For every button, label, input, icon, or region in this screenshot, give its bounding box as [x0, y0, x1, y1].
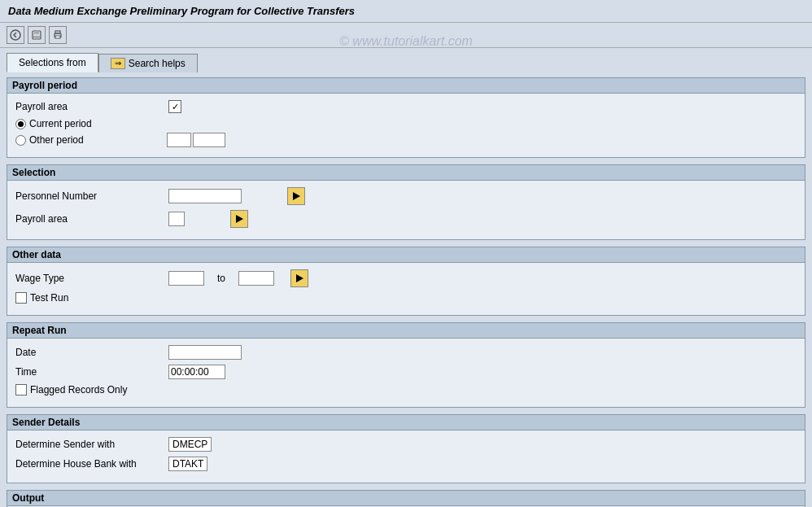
wage-type-arrow-icon — [296, 274, 303, 282]
payroll-area-row: Payroll area ✓ — [15, 100, 797, 113]
personnel-number-search-button[interactable] — [287, 187, 305, 205]
search-helps-label: Search helps — [129, 58, 186, 69]
date-input[interactable] — [168, 345, 242, 360]
personnel-number-row: Personnel Number — [15, 187, 797, 205]
current-period-label: Current period — [29, 118, 92, 129]
section-body-sender-details: Determine Sender with DMECP Determine Ho… — [7, 431, 805, 483]
other-period-inputs — [167, 133, 225, 147]
flagged-records-label: Flagged Records Only — [30, 384, 127, 396]
svg-rect-5 — [55, 31, 60, 33]
section-other-data: Other data Wage Type to Test Run — [7, 247, 805, 316]
other-period-input-1[interactable] — [167, 133, 191, 147]
back-icon[interactable] — [7, 26, 24, 44]
wage-type-label: Wage Type — [15, 273, 162, 284]
section-header-other-data: Other data — [7, 247, 805, 263]
payroll-area-selection-row: Payroll area — [15, 210, 797, 228]
section-selection: Selection Personnel Number Payroll area — [7, 164, 805, 240]
determine-house-bank-row: Determine House Bank with DTAKT — [15, 457, 797, 471]
payroll-area-selection-input[interactable] — [168, 212, 185, 226]
section-output: Output — [7, 490, 805, 507]
current-period-radio[interactable] — [15, 119, 26, 129]
test-run-checkbox[interactable] — [15, 292, 27, 304]
other-period-label: Other period — [29, 134, 84, 146]
flagged-records-checkbox[interactable] — [15, 384, 27, 396]
other-period-row: Other period — [15, 133, 797, 147]
svg-rect-6 — [55, 36, 60, 38]
wage-type-row: Wage Type to — [15, 269, 797, 287]
personnel-number-label: Personnel Number — [15, 190, 162, 202]
determine-sender-row: Determine Sender with DMECP — [15, 437, 797, 452]
tab-selections-from[interactable]: Selections from — [7, 53, 98, 72]
section-header-sender-details: Sender Details — [7, 415, 805, 431]
other-period-radio[interactable] — [15, 135, 26, 146]
save-icon[interactable] — [28, 26, 46, 44]
to-label: to — [217, 273, 225, 284]
section-body-repeat-run: Date Time Flagged Records Only — [7, 339, 805, 407]
date-label: Date — [15, 347, 162, 358]
time-input[interactable] — [168, 365, 225, 379]
svg-rect-2 — [34, 31, 39, 34]
time-row: Time — [15, 365, 797, 379]
toolbar: © www.tutorialkart.com — [0, 23, 812, 48]
test-run-label: Test Run — [30, 292, 68, 304]
title-bar: Data Medium Exchange Preliminary Program… — [0, 0, 812, 23]
page-title: Data Medium Exchange Preliminary Program… — [8, 5, 355, 17]
print-icon[interactable] — [49, 26, 67, 44]
section-sender-details: Sender Details Determine Sender with DME… — [7, 414, 805, 483]
other-period-input-2[interactable] — [193, 133, 225, 147]
time-label: Time — [15, 366, 162, 378]
section-body-selection: Personnel Number Payroll area — [7, 181, 805, 239]
svg-point-0 — [11, 30, 20, 40]
payroll-area-search-button[interactable] — [230, 210, 248, 228]
flagged-records-row: Flagged Records Only — [15, 384, 797, 396]
tab-search-helps[interactable]: ⇒ Search helps — [98, 54, 198, 72]
payroll-area-selection-label: Payroll area — [15, 213, 162, 225]
section-payroll-period: Payroll period Payroll area ✓ Current pe… — [7, 77, 805, 158]
determine-sender-label: Determine Sender with — [15, 439, 162, 450]
current-period-row: Current period — [15, 118, 797, 129]
wage-type-search-button[interactable] — [290, 269, 308, 287]
tab-arrow-icon: ⇒ — [111, 58, 125, 69]
section-body-other-data: Wage Type to Test Run — [7, 263, 805, 315]
payroll-area-checkbox[interactable]: ✓ — [168, 100, 181, 113]
determine-house-bank-value: DTAKT — [168, 457, 207, 471]
watermark: © www.tutorialkart.com — [339, 34, 473, 49]
section-header-payroll-period: Payroll period — [7, 78, 805, 94]
date-row: Date — [15, 345, 797, 360]
section-header-selection: Selection — [7, 165, 805, 181]
payroll-area-label: Payroll area — [15, 101, 162, 112]
tabs-bar: Selections from ⇒ Search helps — [0, 48, 812, 72]
determine-sender-value: DMECP — [168, 437, 212, 452]
selections-from-label: Selections from — [19, 57, 86, 68]
section-header-output: Output — [7, 491, 805, 506]
main-content: Payroll period Payroll area ✓ Current pe… — [0, 72, 812, 507]
determine-house-bank-label: Determine House Bank with — [15, 458, 162, 470]
arrow-icon-2 — [236, 215, 243, 223]
wage-type-input-to[interactable] — [238, 271, 274, 286]
section-repeat-run: Repeat Run Date Time Flagged Records Onl… — [7, 322, 805, 408]
test-run-row: Test Run — [15, 292, 797, 304]
section-body-payroll-period: Payroll area ✓ Current period Other peri… — [7, 94, 805, 157]
svg-rect-3 — [33, 36, 40, 39]
section-header-repeat-run: Repeat Run — [7, 323, 805, 339]
personnel-number-input[interactable] — [168, 189, 242, 203]
wage-type-input-from[interactable] — [168, 271, 204, 286]
arrow-icon — [293, 192, 300, 200]
